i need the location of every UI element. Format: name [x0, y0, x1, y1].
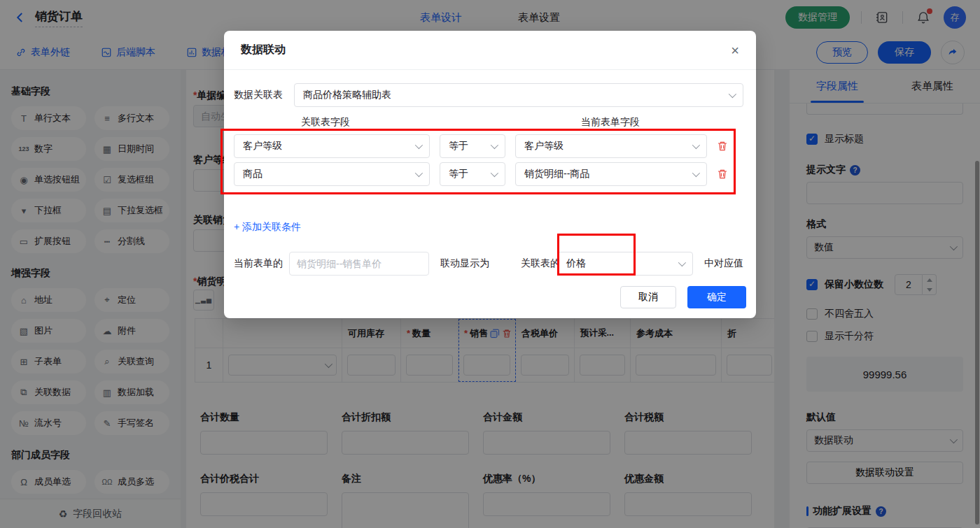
delete-condition-icon[interactable] [717, 141, 728, 152]
relation-table-row: 数据关联表 商品价格策略辅助表 [224, 83, 756, 107]
right-field-select[interactable]: 销货明细--商品 [515, 162, 707, 186]
related-table-label: 关联表的 [521, 257, 560, 270]
data-linkage-modal: 数据联动 × 数据关联表 商品价格策略辅助表 关联表字段 当前表单字段 客户等级… [224, 31, 756, 318]
linkage-mapping-row: 当前表单的 联动显示为 关联表的 价格 中对应值 [224, 252, 756, 276]
related-field-select[interactable]: 价格 [557, 252, 693, 276]
chevron-down-icon [678, 259, 686, 266]
condition-row: 商品 等于 销货明细--商品 [234, 162, 728, 186]
right-column-header: 当前表单字段 [581, 116, 640, 129]
current-field-input[interactable] [289, 252, 429, 276]
left-field-select[interactable]: 商品 [234, 162, 430, 186]
relation-table-label: 数据关联表 [234, 89, 283, 101]
page-scrollbar[interactable] [975, 161, 979, 525]
left-column-header: 关联表字段 [301, 116, 350, 129]
condition-row: 客户等级 等于 客户等级 [234, 134, 728, 158]
relation-table-select[interactable]: 商品价格策略辅助表 [294, 83, 743, 107]
cancel-button[interactable]: 取消 [620, 286, 676, 308]
form-designer-app: 销货订单 表单设计 表单设置 数据管理 存 表单外链 后端脚本 [0, 0, 980, 528]
right-field-select[interactable]: 客户等级 [515, 134, 707, 158]
relation-table-value: 商品价格策略辅助表 [303, 89, 391, 101]
modal-footer: 取消 确定 [620, 286, 746, 308]
current-form-label: 当前表单的 [234, 257, 283, 270]
chevron-down-icon [491, 169, 498, 177]
chevron-down-icon [491, 141, 498, 149]
chevron-down-icon [415, 169, 423, 177]
delete-condition-icon[interactable] [717, 169, 728, 180]
add-condition-link[interactable]: + 添加关联条件 [234, 221, 301, 234]
chevron-down-icon [692, 141, 700, 149]
modal-title: 数据联动 [241, 43, 286, 57]
suffix-label: 中对应值 [704, 257, 743, 270]
confirm-button[interactable]: 确定 [687, 286, 746, 308]
left-field-select[interactable]: 客户等级 [234, 134, 430, 158]
operator-select[interactable]: 等于 [440, 134, 505, 158]
operator-select[interactable]: 等于 [440, 162, 505, 186]
chevron-down-icon [692, 169, 700, 177]
display-as-label: 联动显示为 [440, 257, 489, 270]
close-icon[interactable]: × [731, 43, 739, 57]
chevron-down-icon [415, 141, 423, 149]
chevron-down-icon [729, 90, 736, 98]
modal-header: 数据联动 × [224, 31, 756, 70]
